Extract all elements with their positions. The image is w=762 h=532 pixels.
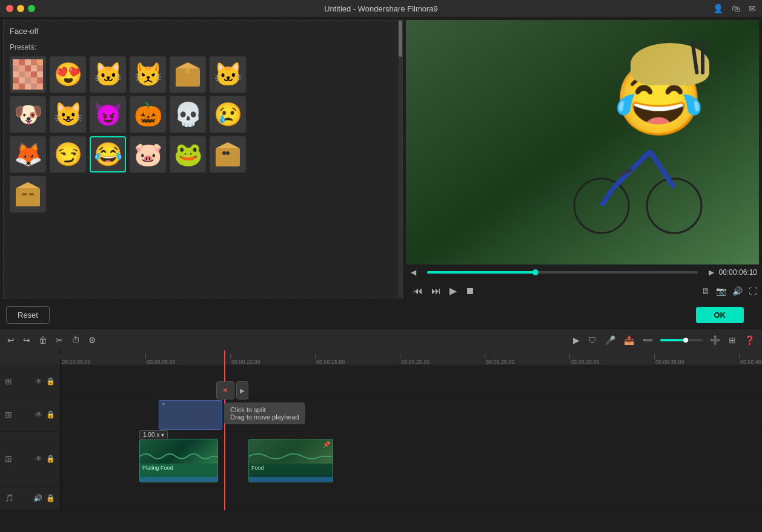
svg-rect-37 xyxy=(29,193,34,195)
preset-heart-eyes[interactable]: 😍 xyxy=(50,56,86,93)
preview-video: 😂 xyxy=(406,20,759,264)
preset-crying[interactable]: 😢 xyxy=(210,96,246,133)
preview-video-area: 😂 xyxy=(406,20,759,264)
track1 xyxy=(61,365,762,398)
svg-rect-3 xyxy=(31,59,37,65)
preset-smirk[interactable]: 😏 xyxy=(50,136,86,172)
timeline-toolbar-right: ▶ 🛡 🎤 📤 ➖ ➕ ⊞ ❓ xyxy=(572,334,756,346)
audio-lock-icon[interactable]: 🔒 xyxy=(46,494,55,502)
preset-cat2[interactable]: 😺 xyxy=(50,96,86,133)
ruler-mark-2: 00:00:10:00 xyxy=(230,359,315,365)
ok-button[interactable]: OK xyxy=(696,307,744,323)
face-off-panel: Face-off Presets: xyxy=(3,20,403,298)
screen-icon[interactable]: 🖥 xyxy=(701,286,710,296)
preset-raccoon[interactable]: 🐱 xyxy=(210,56,246,93)
export-icon[interactable]: 📤 xyxy=(623,334,635,346)
preset-frog[interactable]: 🐸 xyxy=(170,136,206,172)
step-forward-button[interactable]: ⏭ xyxy=(429,283,443,299)
window-controls[interactable] xyxy=(6,5,35,12)
preset-box2[interactable] xyxy=(210,136,246,172)
shop-icon[interactable]: 🛍 xyxy=(732,4,740,13)
zoom-slider[interactable] xyxy=(660,339,703,341)
ruler-mark-3: 00:00:15:00 xyxy=(315,359,400,365)
audio-add-icon[interactable]: 🎵 xyxy=(5,494,14,502)
svg-rect-20 xyxy=(13,84,19,90)
play-button[interactable]: ▶ xyxy=(447,283,459,299)
track2-eye-icon[interactable]: 👁 xyxy=(35,410,42,419)
svg-rect-34 xyxy=(16,188,40,206)
track1-lock-icon[interactable]: 🔒 xyxy=(46,377,55,386)
preset-skull[interactable]: 💀 xyxy=(170,96,206,133)
next-frame-icon[interactable]: ▶ xyxy=(709,268,714,277)
audio-speaker-icon[interactable]: 🔊 xyxy=(33,494,42,502)
grid-icon[interactable]: ⊞ xyxy=(727,334,737,346)
track2-lock-icon[interactable]: 🔒 xyxy=(46,410,55,419)
preset-husky[interactable]: 🐶 xyxy=(10,96,46,133)
track2-add-icon[interactable]: ⊞ xyxy=(5,410,12,419)
undo-icon[interactable]: ↩ xyxy=(6,334,16,346)
playhead-x-button[interactable]: ✕ xyxy=(216,381,234,399)
preset-pumpkin[interactable]: 🎃 xyxy=(130,96,166,133)
transport-controls: ⏮ ⏭ ▶ ⏹ 🖥 📷 🔊 ⛶ xyxy=(406,280,762,301)
plus-icon[interactable]: ➕ xyxy=(709,334,721,346)
delete-icon[interactable]: 🗑 xyxy=(38,334,48,346)
progress-dot[interactable] xyxy=(532,269,538,275)
ruler-mark-8: 00:00:40:00 xyxy=(739,359,762,365)
minimize-button[interactable] xyxy=(17,5,24,12)
track1-add-icon[interactable]: ⊞ xyxy=(5,376,12,386)
svg-rect-18 xyxy=(31,77,37,84)
cut-icon[interactable]: ✂ xyxy=(55,334,64,346)
prev-frame-icon[interactable]: ◀ xyxy=(411,268,416,277)
playhead-arrow-right[interactable]: ▶ xyxy=(236,381,248,399)
mic-icon[interactable]: 🎤 xyxy=(604,334,617,346)
clip-plating-food[interactable]: Plating Food xyxy=(139,439,218,482)
preset-devil[interactable]: 😈 xyxy=(90,96,126,133)
svg-rect-22 xyxy=(25,84,31,90)
svg-rect-17 xyxy=(25,77,31,84)
maximize-button[interactable] xyxy=(28,5,35,12)
clock-icon[interactable]: ⏱ xyxy=(70,334,81,346)
clip-food-thumbnail: 📌 xyxy=(249,439,333,464)
reset-button[interactable]: Reset xyxy=(6,306,50,324)
track3-eye-icon[interactable]: 👁 xyxy=(35,455,42,463)
help-icon[interactable]: ❓ xyxy=(743,334,756,346)
speed-badge[interactable]: 1.00 x ▾ xyxy=(139,430,168,439)
shield-icon[interactable]: 🛡 xyxy=(587,334,598,346)
preset-laughing[interactable]: 😂 xyxy=(90,136,126,172)
redo-icon[interactable]: ↪ xyxy=(22,334,31,346)
titlebar-icons[interactable]: 👤 🛍 ✉ xyxy=(713,4,756,13)
mail-icon[interactable]: ✉ xyxy=(749,4,756,13)
camera-icon[interactable]: 📷 xyxy=(716,286,726,296)
track3-add-icon[interactable]: ⊞ xyxy=(5,454,12,464)
track3-lock-icon[interactable]: 🔒 xyxy=(46,455,55,463)
timeline-left-panel: ⊞ 👁 🔒 ⊞ 👁 🔒 ⊞ 👁 🔒 🎵 🔊 🔒 xyxy=(0,350,61,510)
presets-scrollbar-thumb[interactable] xyxy=(399,21,402,57)
preset-box3[interactable] xyxy=(10,176,46,212)
svg-rect-5 xyxy=(13,65,19,71)
clip-food[interactable]: 📌 Food xyxy=(248,439,333,482)
titlebar: Untitled - Wondershare Filmora9 👤 🛍 ✉ xyxy=(0,0,762,17)
svg-rect-10 xyxy=(13,71,19,77)
svg-line-42 xyxy=(601,188,614,206)
stop-button[interactable]: ⏹ xyxy=(463,283,477,299)
preset-cat[interactable]: 🐱 xyxy=(90,56,126,93)
fullscreen-icon[interactable]: ⛶ xyxy=(749,286,757,296)
preset-fox[interactable]: 🦊 xyxy=(10,136,46,172)
svg-rect-23 xyxy=(31,84,37,90)
volume-icon[interactable]: 🔊 xyxy=(732,286,743,296)
preset-box[interactable] xyxy=(170,56,206,93)
track1-eye-icon[interactable]: 👁 xyxy=(35,377,42,386)
progress-bar[interactable] xyxy=(427,271,698,274)
close-button[interactable] xyxy=(6,5,13,12)
user-icon[interactable]: 👤 xyxy=(713,4,723,13)
presets-label: Presets: xyxy=(10,43,396,51)
play-timeline-icon[interactable]: ▶ xyxy=(572,334,581,346)
presets-scrollbar[interactable] xyxy=(399,21,402,298)
preset-pig[interactable]: 🐷 xyxy=(130,136,166,172)
preset-pixelated[interactable] xyxy=(10,56,46,93)
rewind-button[interactable]: ⏮ xyxy=(411,283,425,299)
minus-icon[interactable]: ➖ xyxy=(641,334,654,346)
preset-angry-cat[interactable]: 😾 xyxy=(130,56,166,93)
filter-icon[interactable]: ⚙ xyxy=(87,334,98,346)
clip-v2[interactable]: T xyxy=(159,400,222,430)
